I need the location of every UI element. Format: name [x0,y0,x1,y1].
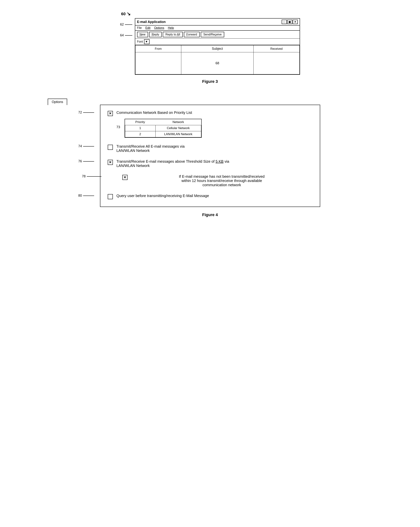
figure3-section: 60 ↘ 62 64 E-mail Application □ ▣ ✕ [11,11,409,84]
label-76: 76 [78,159,94,163]
font-dropdown[interactable]: ▼ [144,39,149,44]
dropdown-arrow-icon: ▼ [145,40,148,43]
minimize-button[interactable]: □ [282,20,287,24]
reply-button[interactable]: Reply [149,32,162,37]
option-content-74: Transmit/Receive All E-mail messages via… [116,144,313,153]
option-row-76: 76 ✕ Transmit/Receive E-mail messages ab… [108,159,313,168]
checkbox-74[interactable] [108,145,113,150]
option-row-80: 80 Query user before transmitting/receiv… [108,194,313,199]
priority-1: 1 [125,125,155,131]
option-content-80: Query user before transmitting/receiving… [116,194,313,198]
figure4-section: Options 72 ✕ Communication Network Based… [11,99,409,217]
close-button[interactable]: ✕ [293,20,298,24]
network-1: Cellular Network [155,125,201,131]
app-title: E-mail Application [137,20,166,24]
option-row-74: 74 Transmit/Receive All E-mail messages … [108,144,313,153]
option-content-78: If E-mail message has not been transmitt… [131,175,313,187]
menu-file[interactable]: File [137,26,142,30]
table-row: 68 [135,52,299,74]
menu-bar: File Edit Options Help [135,25,300,31]
label-74: 74 [78,144,94,148]
option-row-78: 78 ✕ If E-mail message has not been tran… [122,175,313,187]
subject-cell: 68 [181,52,253,74]
figure4-caption: Figure 4 [202,212,218,217]
option-row-72: 72 ✕ Communication Network Based on Prio… [108,110,313,138]
checkbox-72[interactable]: ✕ [108,111,113,116]
option-label-78: If E-mail message has not been transmitt… [131,175,313,187]
priority-table: Priority Network 1 Cellular Network [125,119,202,138]
label-73: 73 [116,125,120,129]
maximize-button[interactable]: ▣ [287,20,292,24]
option-content-76: Transmit/Receive E-mail messages above T… [116,159,313,168]
from-cell [135,52,181,74]
font-label: Font [137,40,143,43]
priority-2: 2 [125,131,155,137]
col-subject: Subject [181,45,253,52]
label-72: 72 [78,110,94,114]
checkbox-78[interactable]: ✕ [122,175,127,180]
label-78: 78 [82,175,102,178]
option-label-76a: Transmit/Receive E-mail messages above T… [116,159,216,164]
priority-row-2: 2 LAN/WLAN Network [125,131,201,137]
options-tab[interactable]: Options [48,99,67,105]
figure3-caption: Figure 3 [202,79,218,84]
priority-row-1: 1 Cellular Network [125,125,201,131]
col-from: From [135,45,181,52]
label-62-line [125,24,132,25]
window-controls: □ ▣ ✕ [282,20,298,24]
network-2: LAN/WLAN Network [155,131,201,137]
threshold-value: 5 KB [216,159,223,164]
inbox-label: 68 [215,61,219,65]
figure3-label-60: 60 [121,11,126,16]
send-receive-button[interactable]: Send/Receive [201,32,224,37]
received-cell [253,52,299,74]
priority-header: Priority [125,119,155,125]
menu-help[interactable]: Help [168,26,174,30]
menu-edit[interactable]: Edit [145,26,150,30]
forward-button[interactable]: Forward [184,32,200,37]
option-label-80: Query user before transmitting/receiving… [116,194,313,198]
checkbox-76[interactable]: ✕ [108,160,113,165]
option-label-74: Transmit/Receive All E-mail messages via… [116,144,313,153]
email-app-window: E-mail Application □ ▣ ✕ File Edit Optio… [135,18,300,75]
font-bar: Font ▼ [135,39,300,45]
label-64-line [125,35,132,36]
label-62: 62 [120,22,124,26]
toolbar: New Reply Reply to All Forward Send/Rece… [135,31,300,39]
email-table: From Subject Received 68 [135,45,300,74]
options-panel: 72 ✕ Communication Network Based on Prio… [100,105,320,207]
col-received: Received [253,45,299,52]
option-label-72: Communication Network Based on Priority … [116,110,313,115]
new-button[interactable]: New [137,32,148,37]
checkbox-80[interactable] [108,194,113,199]
option-content-72: Communication Network Based on Priority … [116,110,313,138]
arrow-down-icon: ↘ [126,11,131,17]
reply-all-button[interactable]: Reply to All [163,32,183,37]
network-header: Network [155,119,201,125]
title-bar: E-mail Application □ ▣ ✕ [135,19,300,25]
label-64: 64 [120,33,124,37]
label-80: 80 [78,194,94,198]
menu-options[interactable]: Options [154,26,164,30]
